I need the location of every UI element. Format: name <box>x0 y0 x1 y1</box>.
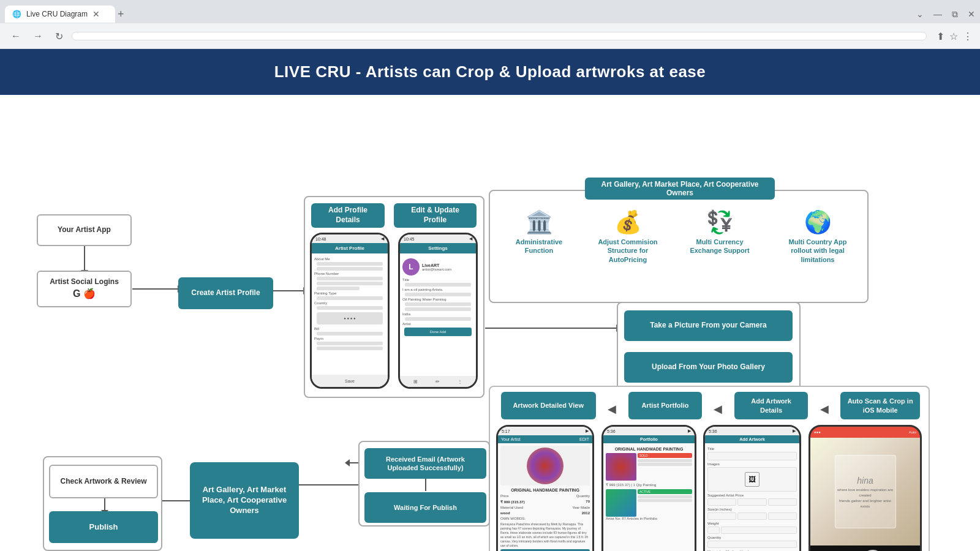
phone-add-artwork: 5:36▶ Add Artwork Title Images 🖼 Suggest… <box>703 425 801 551</box>
tab-close-button[interactable]: ✕ <box>92 9 100 19</box>
phone-mockup-2: 10:45◀ Settings L LiveART artist@liveart… <box>398 233 478 389</box>
page-header: LIVE CRU - Artists can Crop & Upload art… <box>0 49 980 95</box>
arrow-profile-to-mockup <box>273 290 304 291</box>
phone-artwork-detail: 5:17▶ Your ArtistEDIT ORIGINAL HANDMADE … <box>496 425 594 551</box>
menu-icon[interactable]: ⋮ <box>963 31 973 42</box>
bottom-workflow-box: Artwork Detailed View ◀ Artist Portfolio… <box>489 386 930 551</box>
window-controls: — ⧉ ✕ <box>933 9 975 20</box>
arrow-profile-to-camera <box>485 328 617 329</box>
currency-icon: 💱 <box>706 209 734 235</box>
phone-screen-1: 10:48◀ Artist Profile About Me Phone Num… <box>312 234 388 387</box>
restore-button[interactable]: ⧉ <box>952 9 958 20</box>
active-tab[interactable]: 🌐 Live CRU Diagram ✕ <box>5 6 115 23</box>
artwork-detailed-label: Artwork Detailed View <box>501 392 596 419</box>
arrow-app-to-social <box>84 246 85 271</box>
phone-statusbar-1: 10:48◀ <box>312 234 388 243</box>
admin-icon: 🏛️ <box>526 209 553 235</box>
currency-feature: 💱 Multi Currency Exchange Support <box>686 209 753 255</box>
commission-feature: 💰 Adjust Commision Structure for AutoPri… <box>594 209 662 264</box>
tab-list-icon[interactable]: ⌄ <box>916 9 924 19</box>
received-email-btn: Received Email (Artwork Uploaded Success… <box>364 448 486 479</box>
publish-btn: Publish <box>49 511 158 543</box>
check-publish-box: Check Artwork & Review Publish <box>43 456 162 551</box>
edit-profile-btn: Edit & Update Profile <box>394 203 477 228</box>
add-artwork-label: Add Artwork Details <box>734 392 808 419</box>
add-profile-btn: Add Profile Details <box>311 203 385 228</box>
upload-gallery-btn: Upload From Your Photo Gallery <box>624 352 793 383</box>
arrow-check-to-publish <box>104 498 105 511</box>
artist-app-box: Your Artist App <box>37 214 132 246</box>
tab-controls: ⌄ <box>916 9 924 19</box>
phone-content-1: About Me Phone Number Painting Type Coun… <box>312 253 388 375</box>
browser-chrome: 🌐 Live CRU Diagram ✕ + ⌄ — ⧉ ✕ ← → ↻ ⬆ ☆… <box>0 0 980 49</box>
social-logins-box: Artist Social Logins G 🍎 <box>37 271 132 307</box>
gallery-header-label: Art Gallery, Art Market Place, Art Coope… <box>585 178 775 200</box>
country-feature: 🌍 Multi Country App rollout with legal l… <box>778 209 858 264</box>
address-bar: ← → ↻ ⬆ ☆ ⋮ <box>0 23 980 49</box>
check-artwork-btn: Check Artwork & Review <box>49 465 158 498</box>
globe-icon: 🌍 <box>804 209 832 235</box>
share-icon[interactable]: ⬆ <box>937 31 944 42</box>
received-email-box: Received Email (Artwork Uploaded Success… <box>358 441 490 527</box>
gallery-feature-box: Art Gallery, Art Market Place, Art Coope… <box>489 190 869 303</box>
diagram-area: Your Artist App Artist Social Logins G 🍎… <box>18 95 962 551</box>
artist-portfolio-label: Artist Portfolio <box>628 392 702 419</box>
take-picture-btn: Take a Picture From your Camera <box>624 310 793 341</box>
refresh-button[interactable]: ↻ <box>51 28 67 45</box>
phone-mockup-1: 10:48◀ Artist Profile About Me Phone Num… <box>310 233 390 389</box>
phone-statusbar-2: 10:45◀ <box>400 234 476 243</box>
close-button[interactable]: ✕ <box>968 9 975 19</box>
auto-scan-label: Auto Scan & Crop in iOS Mobile <box>840 392 920 419</box>
minimize-button[interactable]: — <box>933 9 942 19</box>
phone-auto-scan: ●●●Auto hina where love enables inspirat… <box>809 425 922 551</box>
bookmark-icon[interactable]: ☆ <box>949 31 958 42</box>
art-gallery-owners-box: Art Gallery, Art Market Place, Art Coope… <box>190 462 299 539</box>
url-actions: ⬆ ☆ ⋮ <box>937 31 973 42</box>
waiting-publish-btn: Waiting For Publish <box>364 492 486 523</box>
profile-section-box: Add Profile Details Edit & Update Profil… <box>304 196 484 398</box>
back-button[interactable]: ← <box>7 28 24 44</box>
arrow-social-to-profile <box>132 288 178 290</box>
header-title: LIVE CRU - Artists can Crop & Upload art… <box>274 62 706 81</box>
commission-icon: 💰 <box>614 209 642 235</box>
camera-section-box: Take a Picture From your Camera Upload F… <box>617 302 801 391</box>
url-input[interactable] <box>72 32 927 40</box>
phone-content-2: L LiveART artist@liveart.com Title I am … <box>400 253 476 376</box>
create-profile-box: Create Artist Profile <box>178 277 273 309</box>
page-content: LIVE CRU - Artists can Crop & Upload art… <box>0 49 980 551</box>
forward-button[interactable]: → <box>29 28 47 44</box>
tab-favicon: 🌐 <box>12 10 21 18</box>
phone-portfolio: 5:36▶ Portfolio ORIGINAL HANDMADE PAINTI… <box>601 425 696 551</box>
phone-screen-2: 10:45◀ Settings L LiveART artist@liveart… <box>400 234 476 387</box>
admin-feature: 🏛️ Administrative Function <box>505 209 573 255</box>
new-tab-button[interactable]: + <box>118 8 124 21</box>
tab-title: Live CRU Diagram <box>26 10 88 18</box>
arrow-email-to-waiting <box>425 479 426 491</box>
tab-bar: 🌐 Live CRU Diagram ✕ + ⌄ — ⧉ ✕ <box>0 0 980 23</box>
